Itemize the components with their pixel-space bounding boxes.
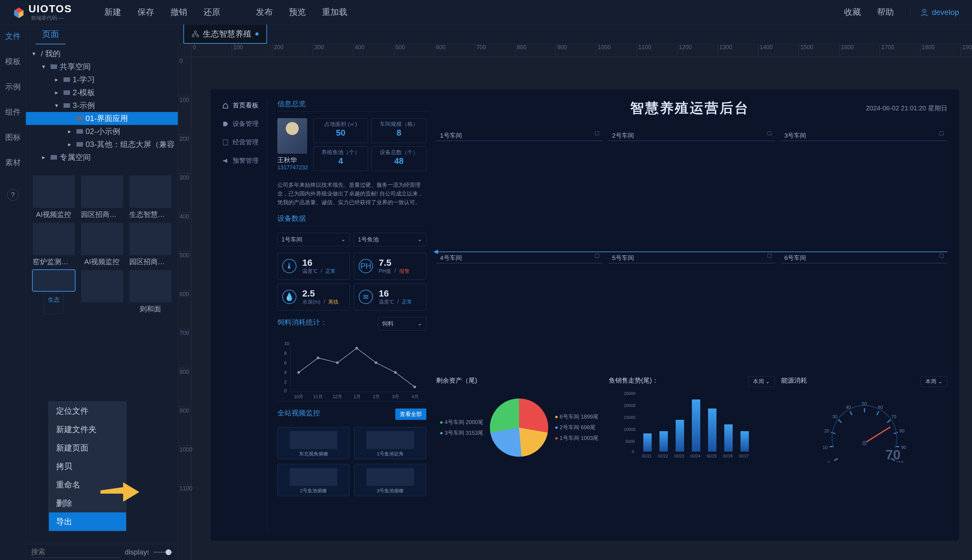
video-thumb[interactable]: 1号鱼池近角: [354, 427, 427, 459]
video-thumb[interactable]: 2号鱼池俯瞰: [277, 464, 350, 496]
cm-locate[interactable]: 定位文件: [49, 402, 126, 420]
help-icon[interactable]: ?: [7, 189, 19, 201]
tree-row[interactable]: ▸1-学习: [26, 73, 178, 86]
bar-period-select[interactable]: 本周 ⌄: [748, 376, 775, 387]
thumbnail[interactable]: AI视频监控: [79, 223, 124, 267]
app-header: UIOTOS 前端零代码 — 新建 保存 撤销 还原 发布 预览 重加载 收藏 …: [0, 0, 972, 25]
bar-chart: 2500020000150001000050000 02/2102/2202/2…: [609, 390, 775, 461]
sidebar-icon[interactable]: 图标: [5, 132, 21, 142]
workshop-view[interactable]: [608, 140, 775, 141]
thumbnail[interactable]: AI视频监控: [31, 175, 76, 220]
pool-select[interactable]: 1号鱼池⌄: [354, 233, 427, 246]
left-tab-page[interactable]: 页面: [36, 25, 65, 44]
video-title: 全站视频监控: [277, 408, 320, 420]
dash-nav-device[interactable]: 设备管理: [222, 120, 267, 128]
cm-new-page[interactable]: 新建页面: [49, 438, 126, 457]
workshop-view[interactable]: [608, 263, 775, 263]
menu-preview[interactable]: 预览: [289, 7, 306, 18]
menu-help[interactable]: 帮助: [877, 7, 894, 18]
sidebar-file[interactable]: 文件: [5, 31, 21, 42]
cm-export[interactable]: 导出: [49, 512, 126, 531]
dash-nav-home[interactable]: 首页看板: [222, 101, 267, 110]
user-icon: [920, 8, 929, 17]
pie-panel: 剩余资产（尾) ● 4号车间 2000尾● 3号车间 3153尾 ● 6号车间 …: [436, 376, 602, 467]
menu-undo[interactable]: 撤销: [171, 7, 187, 18]
svg-point-24: [298, 371, 300, 373]
dash-nav-alert[interactable]: 预警管理: [222, 157, 267, 165]
sidebar-template[interactable]: 模板: [5, 56, 21, 67]
view-all-button[interactable]: 查看全部: [395, 408, 427, 420]
tree-row[interactable]: ▸02-小示例: [26, 125, 178, 138]
menu-redo[interactable]: 还原: [204, 7, 220, 18]
sidebar-example[interactable]: 示例: [5, 82, 21, 92]
svg-marker-84: [100, 482, 139, 502]
workshop-view[interactable]: [781, 263, 947, 263]
menu-save[interactable]: 保存: [137, 7, 154, 18]
dash-nav-ops[interactable]: 经营管理: [222, 138, 267, 147]
svg-text:10: 10: [822, 445, 828, 450]
svg-text:3月: 3月: [392, 394, 399, 399]
thumbnail[interactable]: 窑炉监测和面: [31, 223, 76, 267]
hint-arrow-icon: [100, 482, 139, 502]
svg-text:2: 2: [284, 379, 287, 385]
svg-text:2月: 2月: [373, 394, 380, 399]
tree-row[interactable]: ▾3-示例: [26, 99, 178, 112]
svg-text:4: 4: [284, 370, 287, 375]
tag-icon: [222, 121, 229, 127]
svg-text:4月: 4月: [412, 394, 418, 399]
workshop-view[interactable]: [781, 140, 947, 141]
thumbnail[interactable]: 则和面: [128, 270, 173, 314]
dashboard-canvas[interactable]: 首页看板 设备管理 经营管理 预警管理 信息总览 王秋华 1317747232 …: [211, 89, 959, 541]
search-input[interactable]: [31, 547, 120, 558]
svg-text:0: 0: [828, 460, 830, 463]
tab-modified-dot: [255, 32, 259, 36]
thumbnail[interactable]: 生态: [31, 270, 76, 314]
gauge-period-select[interactable]: 本周 ⌄: [920, 376, 947, 387]
tree-row[interactable]: ▾/ 我的: [26, 47, 178, 60]
metric-card: 💧2.5水深(m)/离线: [277, 283, 350, 310]
svg-text:10: 10: [284, 340, 289, 346]
menu-new[interactable]: 新建: [104, 7, 121, 18]
tree-row[interactable]: ▸2-模板: [26, 86, 178, 99]
svg-text:02/24: 02/24: [691, 454, 700, 458]
svg-rect-47: [676, 420, 684, 452]
chevron-down-icon: ⌄: [341, 236, 346, 243]
pie-chart: [490, 398, 548, 457]
tree-row[interactable]: ▾共享空间: [26, 60, 178, 73]
tree-row[interactable]: 01-界面应用: [26, 112, 178, 125]
zoom-slider[interactable]: [153, 552, 173, 553]
svg-text:6: 6: [284, 360, 287, 365]
user-account[interactable]: develop: [910, 8, 959, 17]
svg-rect-49: [708, 408, 716, 452]
svg-point-13: [192, 35, 194, 37]
tree-row[interactable]: ▸03-其他：组态大屏（兼容: [26, 138, 178, 151]
menu-favorite[interactable]: 收藏: [844, 7, 861, 18]
svg-line-81: [865, 427, 890, 443]
workshop-select[interactable]: 1号车间⌄: [277, 233, 350, 246]
menu-reload[interactable]: 重加载: [322, 7, 347, 18]
workshop-view[interactable]: [436, 140, 603, 141]
thumbnail[interactable]: [79, 270, 124, 314]
sidebar-material[interactable]: 素材: [5, 157, 21, 168]
thumbnail[interactable]: 生态智慧养殖: [128, 175, 173, 220]
tree-row[interactable]: ▸专属空间: [26, 151, 178, 164]
tab-active[interactable]: 生态智慧养殖: [183, 25, 267, 44]
video-thumb[interactable]: 3号鱼池俯瞰: [354, 464, 427, 496]
cm-new-folder[interactable]: 新建文件夹: [49, 420, 126, 438]
thumbnail[interactable]: 园区招商租赁: [128, 223, 173, 267]
thumbnail[interactable]: 园区招商租赁: [79, 175, 124, 220]
svg-text:10月: 10月: [294, 394, 304, 399]
svg-point-29: [394, 371, 396, 373]
video-thumb[interactable]: 东北视角俯瞰: [277, 427, 350, 459]
svg-text:02/26: 02/26: [723, 454, 733, 458]
main-menu: 新建 保存 撤销 还原 发布 预览 重加载: [104, 7, 844, 18]
menu-publish[interactable]: 发布: [256, 7, 273, 18]
cm-copy[interactable]: 拷贝: [49, 457, 126, 475]
svg-text:70: 70: [885, 447, 901, 462]
svg-text:02/25: 02/25: [707, 454, 716, 458]
chevron-down-icon: ⌄: [417, 236, 422, 243]
sidebar-component[interactable]: 组件: [5, 107, 21, 117]
workshop-view[interactable]: [436, 263, 603, 263]
feed-select[interactable]: 饲料⌄: [378, 317, 427, 330]
dashboard-title: 智慧养殖运营后台: [514, 99, 866, 117]
